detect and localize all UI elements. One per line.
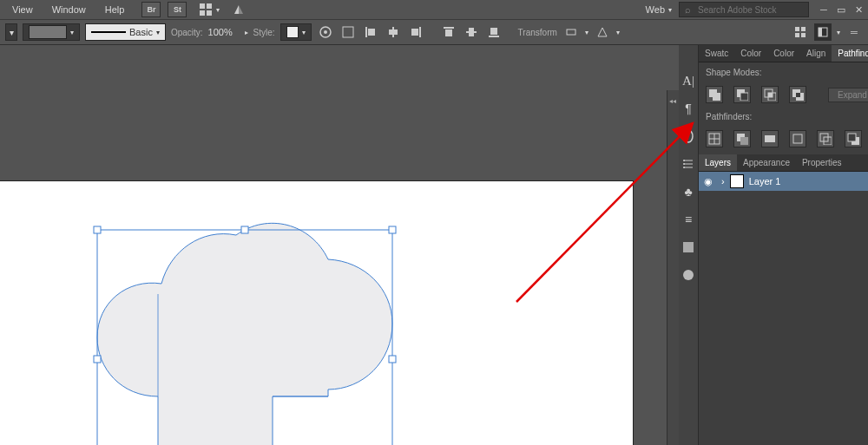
- selected-shape[interactable]: [97, 223, 392, 445]
- gpu-preview-icon[interactable]: [230, 1, 247, 18]
- restore-icon[interactable]: ▭: [835, 3, 847, 16]
- svg-point-5: [324, 30, 327, 34]
- panel-tabs-layers: Layers Appearance Properties: [699, 154, 868, 172]
- swatches-panel-icon[interactable]: ♣: [679, 182, 698, 201]
- merge-button[interactable]: [761, 130, 779, 147]
- tab-layers[interactable]: Layers: [699, 154, 737, 171]
- align-left-icon[interactable]: [362, 23, 379, 41]
- crop-button[interactable]: [789, 130, 806, 147]
- expand-layer-icon[interactable]: ›: [721, 176, 725, 187]
- vertical-scrollbar[interactable]: [667, 90, 679, 445]
- tab-color-guide[interactable]: Color: [767, 45, 800, 62]
- svg-rect-21: [801, 27, 806, 31]
- tab-pathfinder[interactable]: Pathfinder: [832, 45, 868, 62]
- stock-search[interactable]: ⌕: [679, 2, 809, 17]
- transform-label[interactable]: Transform: [518, 28, 557, 37]
- minimize-icon[interactable]: ─: [818, 3, 830, 16]
- svg-rect-12: [411, 29, 418, 36]
- svg-rect-20: [795, 27, 799, 31]
- unite-button[interactable]: [706, 86, 723, 103]
- layer-row[interactable]: ◉ › Layer 1 ○: [699, 172, 868, 191]
- minus-front-button[interactable]: [733, 86, 751, 103]
- collapse-panels-icon[interactable]: ◂◂: [668, 97, 677, 104]
- artwork[interactable]: [0, 181, 634, 445]
- fill-swatch[interactable]: ▾: [23, 23, 80, 41]
- align-right-icon[interactable]: [407, 23, 424, 41]
- gradient-panel-icon[interactable]: [679, 238, 698, 257]
- align-top-icon[interactable]: [440, 23, 457, 41]
- svg-rect-3: [207, 10, 212, 16]
- bridge-button[interactable]: Br: [141, 2, 161, 17]
- layer-thumbnail: [730, 174, 744, 188]
- tab-properties[interactable]: Properties: [796, 154, 848, 171]
- panel-menu-icon[interactable]: ═: [845, 23, 863, 41]
- shape-mode-dropdown-icon[interactable]: [562, 23, 580, 41]
- handle-e[interactable]: [389, 356, 396, 363]
- brushes-panel-icon[interactable]: [679, 127, 698, 146]
- selection-indicator[interactable]: ▾: [5, 23, 17, 41]
- panel-tabs-top: Swatc Color Color Align Pathfinder: [699, 45, 868, 62]
- workspace-switcher[interactable]: Web ▾: [641, 3, 677, 16]
- align-bottom-icon[interactable]: [485, 23, 503, 41]
- outline-button[interactable]: [817, 130, 834, 147]
- align-vcenter-icon[interactable]: [463, 23, 480, 41]
- svg-point-27: [683, 160, 685, 161]
- chevron-down-icon: ▾: [616, 29, 620, 36]
- intersect-button[interactable]: [761, 86, 779, 103]
- collapsed-panel-strip: A| ¶ ♣ ≡: [679, 45, 699, 445]
- symbols-panel-icon[interactable]: [679, 154, 698, 173]
- align-hcenter-icon[interactable]: [385, 23, 402, 41]
- svg-rect-2: [200, 10, 205, 16]
- svg-rect-48: [765, 135, 775, 142]
- svg-rect-25: [819, 28, 822, 36]
- stroke-line-icon: [91, 31, 126, 33]
- handle-nw[interactable]: [94, 226, 101, 233]
- transparency-panel-icon[interactable]: [679, 265, 698, 285]
- visibility-icon[interactable]: ◉: [704, 176, 716, 187]
- opacity-label: Opacity:: [171, 28, 203, 37]
- isolate-icon[interactable]: [594, 23, 611, 41]
- stock-search-input[interactable]: [696, 4, 803, 16]
- svg-point-28: [683, 163, 685, 165]
- character-panel-icon[interactable]: A|: [679, 71, 698, 90]
- recolor-artwork-icon[interactable]: [317, 23, 334, 41]
- svg-rect-30: [683, 242, 694, 252]
- pathfinders-row: [699, 127, 868, 151]
- trim-button[interactable]: [733, 130, 751, 147]
- style-label: Style:: [253, 28, 275, 37]
- expand-button[interactable]: Expand: [828, 88, 868, 102]
- opacity-value[interactable]: 100%: [208, 27, 240, 37]
- grid-layout-icon[interactable]: [792, 23, 809, 41]
- stroke-style-dropdown[interactable]: Basic ▾: [85, 23, 166, 41]
- menu-window[interactable]: Window: [43, 3, 95, 16]
- menu-view[interactable]: View: [3, 3, 42, 16]
- align-to-artboard-icon[interactable]: [339, 23, 357, 41]
- tab-swatches[interactable]: Swatc: [699, 45, 734, 62]
- tab-appearance[interactable]: Appearance: [737, 154, 796, 171]
- chevron-down-icon: ▾: [668, 6, 672, 14]
- divide-button[interactable]: [706, 130, 723, 147]
- tab-color[interactable]: Color: [734, 45, 767, 62]
- minus-back-button[interactable]: [845, 130, 862, 147]
- graphic-style-dropdown[interactable]: ▾: [280, 23, 312, 41]
- tab-align[interactable]: Align: [800, 45, 832, 62]
- handle-ne[interactable]: [389, 226, 396, 233]
- stroke-panel-icon[interactable]: ≡: [679, 210, 698, 229]
- svg-rect-19: [567, 29, 575, 35]
- essentials-icon[interactable]: [814, 23, 832, 41]
- right-panel-column: A| ¶ ♣ ≡ Swatc Color Color Align Pathfin…: [679, 45, 868, 445]
- menu-bar: View Window Help Br St ▾ Web ▾ ⌕ ─ ▭ ✕: [0, 0, 868, 19]
- stock-button[interactable]: St: [168, 2, 187, 17]
- exclude-button[interactable]: [789, 86, 806, 103]
- paragraph-panel-icon[interactable]: ¶: [679, 99, 698, 118]
- menu-help[interactable]: Help: [96, 3, 134, 16]
- handle-n[interactable]: [241, 226, 248, 233]
- artboard[interactable]: [0, 180, 634, 445]
- arrange-documents-icon[interactable]: [197, 1, 214, 18]
- handle-w[interactable]: [94, 356, 101, 363]
- svg-rect-49: [793, 134, 802, 143]
- chevron-right-icon[interactable]: ▸: [245, 29, 248, 36]
- layer-name[interactable]: Layer 1: [749, 176, 781, 187]
- close-icon[interactable]: ✕: [852, 3, 865, 16]
- workspace-label: Web: [646, 4, 665, 15]
